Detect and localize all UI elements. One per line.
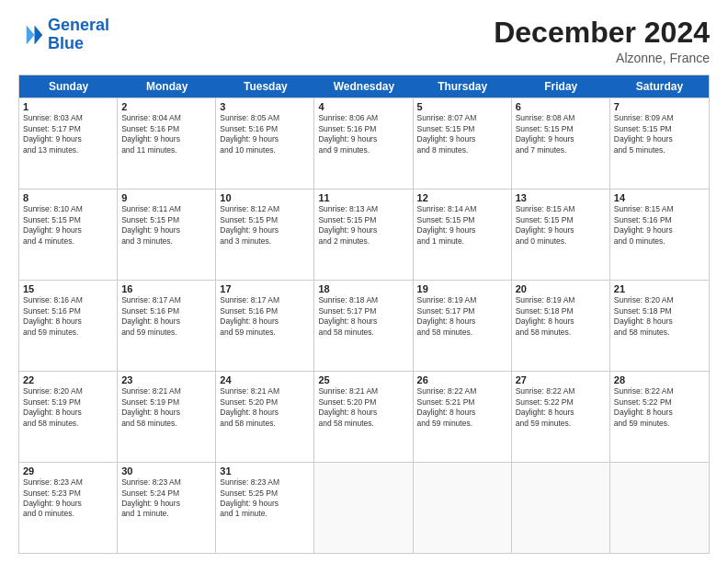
logo: General Blue	[18, 17, 109, 53]
sunset-text: Sunset: 5:19 PM	[23, 397, 113, 408]
day-number: 30	[121, 465, 211, 477]
sunrise-text: Sunrise: 8:14 AM	[417, 204, 507, 214]
calendar-cell: 5Sunrise: 8:07 AMSunset: 5:15 PMDaylight…	[414, 98, 512, 189]
sunrise-text: Sunrise: 8:20 AM	[23, 386, 113, 396]
calendar-cell: 12Sunrise: 8:14 AMSunset: 5:15 PMDayligh…	[414, 190, 512, 280]
daylight-text: Daylight: 9 hours	[614, 225, 705, 236]
calendar-cell: 1Sunrise: 8:03 AMSunset: 5:17 PMDaylight…	[19, 98, 118, 189]
calendar-row: 22Sunrise: 8:20 AMSunset: 5:19 PMDayligh…	[19, 371, 709, 462]
daylight-text-cont: and 59 minutes.	[23, 327, 113, 338]
calendar: Sunday Monday Tuesday Wednesday Thursday…	[18, 75, 710, 554]
sunset-text: Sunset: 5:22 PM	[614, 397, 705, 408]
calendar-cell: 4Sunrise: 8:06 AMSunset: 5:16 PMDaylight…	[314, 98, 413, 189]
daylight-text-cont: and 59 minutes.	[417, 419, 507, 429]
sunset-text: Sunset: 5:15 PM	[318, 215, 408, 225]
daylight-text: Daylight: 9 hours	[121, 225, 211, 236]
calendar-cell: 23Sunrise: 8:21 AMSunset: 5:19 PMDayligh…	[118, 372, 216, 462]
daylight-text: Daylight: 9 hours	[516, 225, 606, 236]
daylight-text-cont: and 58 minutes.	[417, 327, 507, 338]
sunset-text: Sunset: 5:15 PM	[417, 124, 507, 134]
daylight-text: Daylight: 9 hours	[220, 499, 310, 509]
sunrise-text: Sunrise: 8:15 AM	[614, 204, 705, 214]
day-number: 20	[516, 283, 606, 294]
sunrise-text: Sunrise: 8:09 AM	[614, 113, 705, 123]
sunset-text: Sunset: 5:16 PM	[318, 124, 408, 134]
day-number: 28	[614, 374, 705, 385]
sunrise-text: Sunrise: 8:18 AM	[318, 295, 408, 305]
sunset-text: Sunset: 5:21 PM	[417, 397, 507, 408]
sunset-text: Sunset: 5:24 PM	[121, 488, 211, 499]
daylight-text: Daylight: 9 hours	[23, 499, 113, 509]
day-number: 12	[417, 192, 507, 203]
sunset-text: Sunset: 5:23 PM	[23, 488, 113, 499]
calendar-cell	[512, 463, 610, 553]
sunrise-text: Sunrise: 8:19 AM	[417, 295, 507, 305]
sunrise-text: Sunrise: 8:21 AM	[220, 386, 310, 396]
daylight-text-cont: and 7 minutes.	[516, 145, 606, 155]
sunrise-text: Sunrise: 8:17 AM	[220, 295, 310, 305]
svg-marker-0	[35, 25, 43, 44]
sunrise-text: Sunrise: 8:21 AM	[318, 386, 408, 396]
calendar-cell: 19Sunrise: 8:19 AMSunset: 5:17 PMDayligh…	[414, 281, 512, 371]
daylight-text: Daylight: 9 hours	[121, 134, 211, 144]
calendar-cell: 6Sunrise: 8:08 AMSunset: 5:15 PMDaylight…	[512, 98, 610, 189]
sunrise-text: Sunrise: 8:23 AM	[121, 477, 211, 488]
sunset-text: Sunset: 5:16 PM	[220, 306, 310, 316]
daylight-text: Daylight: 9 hours	[121, 499, 211, 509]
daylight-text-cont: and 58 minutes.	[614, 327, 705, 338]
header-saturday: Saturday	[610, 75, 709, 98]
day-number: 15	[23, 283, 113, 294]
calendar-cell: 26Sunrise: 8:22 AMSunset: 5:21 PMDayligh…	[414, 372, 512, 462]
sunrise-text: Sunrise: 8:05 AM	[220, 113, 310, 123]
daylight-text-cont: and 2 minutes.	[318, 236, 408, 247]
daylight-text: Daylight: 8 hours	[614, 408, 705, 418]
calendar-row: 1Sunrise: 8:03 AMSunset: 5:17 PMDaylight…	[19, 98, 709, 189]
daylight-text: Daylight: 9 hours	[220, 225, 310, 236]
day-number: 23	[121, 374, 211, 385]
daylight-text: Daylight: 9 hours	[318, 225, 408, 236]
daylight-text: Daylight: 8 hours	[318, 316, 408, 327]
sunset-text: Sunset: 5:18 PM	[614, 306, 705, 316]
calendar-row: 8Sunrise: 8:10 AMSunset: 5:15 PMDaylight…	[19, 189, 709, 280]
svg-marker-1	[27, 25, 35, 44]
header-friday: Friday	[512, 75, 610, 98]
daylight-text: Daylight: 8 hours	[23, 408, 113, 418]
daylight-text-cont: and 4 minutes.	[23, 236, 113, 247]
daylight-text-cont: and 58 minutes.	[318, 327, 408, 338]
daylight-text-cont: and 1 minute.	[220, 509, 310, 519]
calendar-cell: 20Sunrise: 8:19 AMSunset: 5:18 PMDayligh…	[512, 281, 610, 371]
header-thursday: Thursday	[414, 75, 512, 98]
sunrise-text: Sunrise: 8:08 AM	[516, 113, 606, 123]
day-number: 9	[121, 192, 211, 203]
sunset-text: Sunset: 5:15 PM	[417, 215, 507, 225]
sunset-text: Sunset: 5:16 PM	[23, 306, 113, 316]
sunrise-text: Sunrise: 8:23 AM	[23, 477, 113, 488]
sunset-text: Sunset: 5:19 PM	[121, 397, 211, 408]
logo-text: General Blue	[48, 17, 109, 53]
calendar-cell: 24Sunrise: 8:21 AMSunset: 5:20 PMDayligh…	[216, 372, 314, 462]
daylight-text: Daylight: 8 hours	[417, 316, 507, 327]
daylight-text: Daylight: 9 hours	[220, 134, 310, 144]
calendar-cell: 14Sunrise: 8:15 AMSunset: 5:16 PMDayligh…	[610, 190, 709, 280]
daylight-text-cont: and 58 minutes.	[516, 327, 606, 338]
sunset-text: Sunset: 5:17 PM	[318, 306, 408, 316]
daylight-text-cont: and 10 minutes.	[220, 145, 310, 155]
calendar-cell: 15Sunrise: 8:16 AMSunset: 5:16 PMDayligh…	[19, 281, 118, 371]
daylight-text: Daylight: 8 hours	[220, 316, 310, 327]
daylight-text-cont: and 59 minutes.	[220, 327, 310, 338]
daylight-text-cont: and 8 minutes.	[417, 145, 507, 155]
day-number: 21	[614, 283, 705, 294]
sunset-text: Sunset: 5:15 PM	[516, 124, 606, 134]
sunrise-text: Sunrise: 8:03 AM	[23, 113, 113, 123]
logo-icon	[18, 22, 44, 48]
calendar-cell: 30Sunrise: 8:23 AMSunset: 5:24 PMDayligh…	[118, 463, 216, 553]
day-number: 6	[516, 101, 606, 112]
daylight-text: Daylight: 9 hours	[516, 134, 606, 144]
daylight-text: Daylight: 9 hours	[614, 134, 705, 144]
daylight-text-cont: and 58 minutes.	[121, 419, 211, 429]
sunrise-text: Sunrise: 8:15 AM	[516, 204, 606, 214]
daylight-text: Daylight: 8 hours	[23, 316, 113, 327]
calendar-cell: 8Sunrise: 8:10 AMSunset: 5:15 PMDaylight…	[19, 190, 118, 280]
daylight-text: Daylight: 8 hours	[220, 408, 310, 418]
calendar-cell	[610, 463, 709, 553]
